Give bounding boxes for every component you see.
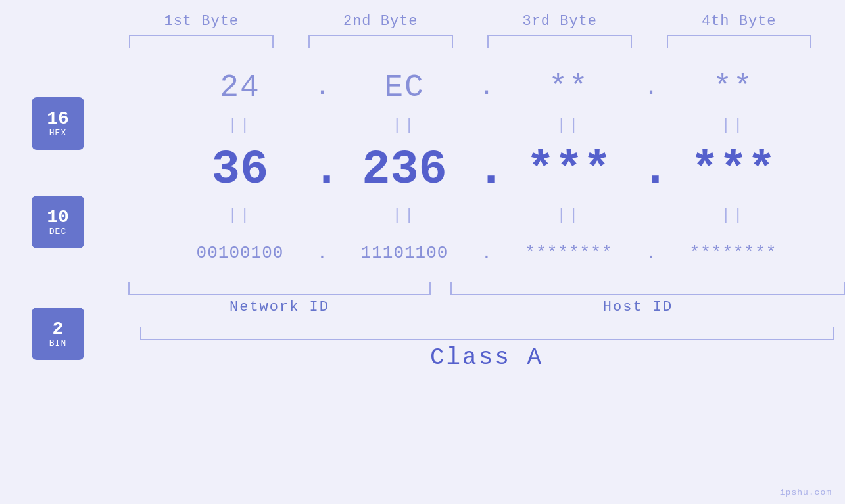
bracket-byte1 xyxy=(129,35,274,48)
dec-badge-label: DEC xyxy=(49,227,66,237)
eq2-cell-1: || xyxy=(168,206,312,224)
eq2-symbol-2: || xyxy=(393,206,417,224)
header-byte1: 1st Byte xyxy=(129,13,274,30)
eq-cell-1: || xyxy=(168,117,312,135)
bin-value-2: 11101100 xyxy=(361,243,448,263)
dec-value-2: 236 xyxy=(362,143,447,197)
eq-cell-4: || xyxy=(661,117,806,135)
eq2-cell-3: || xyxy=(496,206,641,224)
bin-badge-number: 2 xyxy=(53,320,64,338)
hex-cell-3: ** xyxy=(496,70,641,105)
bin-cell-3: ******** xyxy=(496,243,641,263)
hex-dot-1: . xyxy=(312,74,332,101)
eq-symbol-2: || xyxy=(393,117,417,135)
hex-badge-label: HEX xyxy=(49,128,66,138)
dec-value-3: *** xyxy=(526,143,612,197)
bracket-byte3 xyxy=(487,35,632,48)
equals-row-2: || || || || xyxy=(128,203,845,227)
bin-badge: 2 BIN xyxy=(32,308,84,360)
eq-cell-3: || xyxy=(496,117,641,135)
bin-value-3: ******** xyxy=(525,243,613,263)
eq-symbol-1: || xyxy=(228,117,253,135)
bracket-host xyxy=(450,282,845,295)
host-id-label: Host ID xyxy=(431,299,845,315)
bin-value-4: ******** xyxy=(690,243,777,263)
hex-badge: 16 HEX xyxy=(32,97,84,150)
watermark: ipshu.com xyxy=(780,488,832,497)
header-byte4: 4th Byte xyxy=(667,13,811,30)
full-bracket xyxy=(140,327,834,340)
dec-cell-3: *** xyxy=(496,143,641,197)
hex-value-3: ** xyxy=(548,70,589,105)
bracket-byte2 xyxy=(308,35,453,48)
bin-cell-4: ******** xyxy=(661,243,806,263)
class-label-row: Class A xyxy=(128,344,845,371)
bin-dot-1: . xyxy=(312,243,332,263)
full-bracket-container xyxy=(140,327,834,340)
dec-dot-2: . xyxy=(477,143,496,197)
equals-row-1: || || || || xyxy=(128,114,845,137)
dec-badge: 10 DEC xyxy=(32,196,84,248)
dec-row: 36 . 236 . *** . *** xyxy=(128,137,845,203)
hex-value-4: ** xyxy=(713,70,754,105)
eq2-symbol-3: || xyxy=(557,206,581,224)
eq-symbol-3: || xyxy=(557,117,581,135)
bracket-byte4 xyxy=(667,35,811,48)
hex-cell-4: ** xyxy=(661,70,806,105)
hex-cell-1: 24 xyxy=(168,70,312,105)
eq2-cell-4: || xyxy=(661,206,806,224)
bottom-bracket-row xyxy=(128,282,845,295)
dec-value-1: 36 xyxy=(212,143,268,197)
eq2-cell-2: || xyxy=(332,206,477,224)
hex-value-2: EC xyxy=(384,70,425,105)
header-row: 1st Byte 2nd Byte 3rd Byte 4th Byte xyxy=(112,13,829,35)
bin-cell-2: 11101100 xyxy=(332,243,477,263)
class-label: Class A xyxy=(430,344,543,371)
eq-symbol-4: || xyxy=(721,117,746,135)
hex-cell-2: EC xyxy=(332,70,477,105)
dec-cell-4: *** xyxy=(661,143,806,197)
dec-value-4: *** xyxy=(690,143,776,197)
dec-cell-2: 236 xyxy=(332,143,477,197)
bin-dot-3: . xyxy=(641,243,661,263)
eq-cell-2: || xyxy=(332,117,477,135)
hex-row: 24 . EC . ** . ** xyxy=(128,61,845,114)
bracket-top-row xyxy=(112,35,829,48)
hex-badge-number: 16 xyxy=(47,110,69,128)
bin-dot-2: . xyxy=(477,243,496,263)
dec-dot-3: . xyxy=(641,143,661,197)
main-container: 16 HEX 10 DEC 2 BIN 1st Byte 2nd Byte 3r… xyxy=(0,0,845,504)
dec-cell-1: 36 xyxy=(168,143,312,197)
bin-value-1: 00100100 xyxy=(197,243,284,263)
dec-badge-number: 10 xyxy=(47,208,69,227)
bracket-network xyxy=(128,282,431,295)
eq2-symbol-1: || xyxy=(228,206,253,224)
hex-value-1: 24 xyxy=(220,70,260,105)
eq2-symbol-4: || xyxy=(721,206,746,224)
dec-dot-1: . xyxy=(312,143,332,197)
hex-dot-3: . xyxy=(641,74,661,101)
header-byte3: 3rd Byte xyxy=(487,13,632,30)
header-byte2: 2nd Byte xyxy=(308,13,453,30)
bin-badge-label: BIN xyxy=(49,338,66,348)
network-id-label: Network ID xyxy=(128,299,431,315)
bin-row: 00100100 . 11101100 . ******** . *******… xyxy=(128,227,845,279)
hex-dot-2: . xyxy=(477,74,496,101)
labels-row: Network ID Host ID xyxy=(128,299,845,315)
bin-cell-1: 00100100 xyxy=(168,243,312,263)
